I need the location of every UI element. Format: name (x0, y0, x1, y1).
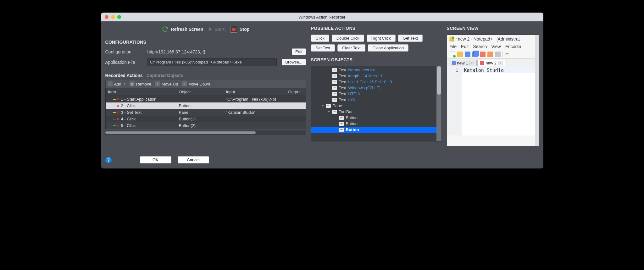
table-row[interactable]: ×1 - Start Application "C:\Program Files… (106, 96, 306, 102)
node-icon: ••• (332, 110, 337, 114)
close-all-icon[interactable] (487, 52, 493, 57)
table-row[interactable]: ×4 - Click Button(1) (106, 116, 306, 122)
main-toolbar: Refresh Screen Start Stop (105, 26, 306, 33)
action-set-text-button[interactable]: Set Text (311, 44, 335, 52)
cancel-button[interactable]: Cancel (178, 156, 209, 163)
menu-encodin[interactable]: Encodin (505, 44, 521, 49)
node-meta: UTF-8 (348, 91, 360, 96)
close-tab-icon[interactable]: × (469, 61, 474, 65)
tree-node[interactable]: •••Button (311, 115, 436, 121)
tree-node[interactable]: •••TextLn : 1 Col : 15 Sel : 0 | 0 (311, 79, 436, 85)
close-window-icon[interactable] (105, 15, 108, 19)
print-icon[interactable] (495, 52, 501, 57)
tree-node[interactable]: •••TextNormal text file (311, 67, 436, 73)
ok-button[interactable]: OK (140, 156, 171, 163)
notepad-menu: FileEditSearchViewEncodin (447, 43, 535, 50)
application-file-input[interactable] (147, 58, 277, 66)
open-file-icon[interactable] (457, 52, 463, 57)
remove-button[interactable]: 🗑Remove (130, 81, 151, 86)
configuration-value: http://192.168.37.124:4723, {} (147, 49, 287, 54)
table-row[interactable]: ×3 - Set Text Pane "Katalon Studio" (106, 109, 306, 116)
arrow-up-icon: ↑ (155, 81, 160, 86)
configuration-label: Configuration (105, 49, 142, 54)
node-type: Pane (333, 103, 342, 108)
tree-node[interactable]: •••TextWindows (CR LF) (311, 85, 436, 91)
menu-search[interactable]: Search (473, 44, 487, 49)
node-icon: ••• (339, 122, 344, 126)
tab-captured-objects[interactable]: Captured Objects (147, 72, 183, 79)
start-label: Start (214, 27, 225, 32)
new-file-icon[interactable] (450, 52, 455, 57)
row-marker-icon: × (113, 104, 119, 108)
menu-file[interactable]: File (450, 44, 457, 49)
close-tab-icon[interactable]: × (498, 61, 502, 65)
th-item: Item (106, 88, 176, 96)
minimize-window-icon[interactable] (111, 15, 115, 19)
tree-node[interactable]: •••ToolBar (311, 109, 436, 115)
app-window: Windows Action Recorder Refresh Screen S… (101, 13, 543, 168)
notepad-tabs: new 1×new 2× (447, 59, 535, 66)
horizontal-scrollbar[interactable] (105, 130, 306, 135)
move-down-button[interactable]: ↓Move Down (182, 81, 210, 86)
row-marker-icon: × (113, 110, 119, 115)
save-all-icon[interactable] (472, 52, 478, 57)
file-icon (480, 61, 484, 65)
th-input: Input (224, 88, 283, 96)
toolbar-divider (502, 52, 503, 57)
editor-text[interactable]: Katalon Studio (462, 66, 535, 73)
edit-button[interactable]: Edit (292, 48, 306, 55)
action-click-button[interactable]: Click (311, 35, 329, 42)
tab-recorded-actions[interactable]: Recorded Actions (105, 72, 143, 79)
table-row[interactable]: ×5 - Click Button(2) (106, 122, 306, 129)
action-close-application-button[interactable]: Close Application (368, 44, 409, 52)
action-double-click-button[interactable]: Double Click (332, 35, 364, 42)
save-icon[interactable] (465, 52, 470, 57)
stop-button[interactable]: Stop (230, 26, 249, 33)
caret-down-icon[interactable] (328, 111, 330, 113)
maximize-window-icon[interactable] (117, 15, 121, 19)
node-icon: ••• (332, 80, 337, 84)
node-type: Text (339, 85, 347, 90)
browse-button[interactable]: Browse... (282, 59, 306, 65)
node-meta: length : 14 lines : 1 (348, 74, 382, 78)
screen-view: *new 2 - Notepad++ [Administrat FileEdit… (447, 35, 539, 146)
menu-view[interactable]: View (491, 44, 501, 49)
tree-node[interactable]: •••Button (311, 127, 436, 133)
action-right-click-button[interactable]: Right Click (367, 35, 396, 42)
tree-node[interactable]: •••Pane (311, 103, 436, 109)
file-icon (452, 61, 456, 65)
window-title: Windows Action Recorder (299, 15, 346, 19)
refresh-screen-button[interactable]: Refresh Screen (162, 26, 203, 33)
node-icon: ••• (332, 74, 337, 78)
close-file-icon[interactable] (480, 52, 486, 57)
tree-node[interactable]: •••TextUTF-8 (311, 91, 436, 97)
screen-view-heading: SCREEN VIEW (447, 26, 539, 31)
table-row[interactable]: ×2 - Click Button (106, 102, 306, 109)
vertical-scrollbar[interactable] (436, 66, 441, 141)
row-marker-icon: × (113, 117, 119, 121)
node-type: Button (346, 121, 358, 126)
recorded-actions-table: Item Object Input Output ×1 - Start Appl… (105, 88, 306, 129)
tree-node[interactable]: •••Button (311, 121, 436, 127)
notepad-editor: 1 Katalon Studio (447, 66, 535, 135)
bottom-bar: ? OK Cancel (101, 151, 543, 168)
node-icon: ••• (332, 92, 337, 96)
trash-icon: 🗑 (130, 81, 135, 86)
add-button[interactable]: +Add▾ (108, 81, 126, 86)
action-clear-text-button[interactable]: Clear Text (337, 44, 365, 52)
play-icon (209, 27, 212, 31)
editor-tab[interactable]: new 2× (477, 60, 505, 66)
th-object: Object (176, 88, 224, 96)
action-get-text-button[interactable]: Get Text (398, 35, 423, 42)
editor-tab[interactable]: new 1× (449, 60, 477, 66)
cut-icon[interactable] (505, 52, 510, 57)
caret-down-icon[interactable] (321, 105, 324, 107)
tree-node[interactable]: •••TextINS (311, 97, 436, 103)
screenview-scrollbar[interactable] (535, 35, 539, 146)
tree-node[interactable]: •••Textlength : 14 lines : 1 (311, 73, 436, 79)
help-icon[interactable]: ? (105, 157, 112, 163)
notepad-titlebar: *new 2 - Notepad++ [Administrat (447, 35, 535, 43)
menu-edit[interactable]: Edit (461, 44, 469, 49)
th-output: Output (283, 88, 306, 96)
move-up-button[interactable]: ↑Move Up (155, 81, 178, 86)
